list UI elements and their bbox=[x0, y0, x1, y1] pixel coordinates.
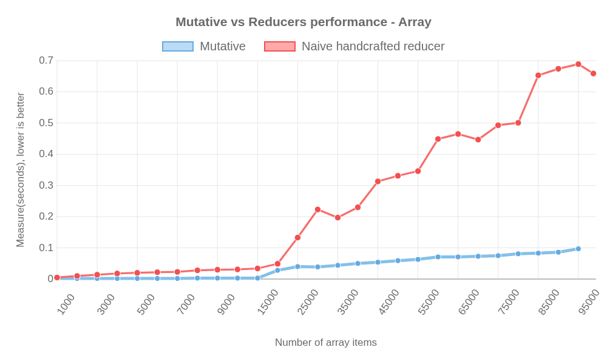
svg-point-53 bbox=[134, 270, 140, 276]
svg-point-70 bbox=[475, 136, 481, 143]
svg-point-65 bbox=[375, 178, 381, 184]
svg-point-52 bbox=[114, 271, 120, 277]
svg-point-72 bbox=[515, 120, 521, 126]
svg-point-59 bbox=[254, 265, 260, 271]
x-tick: 45000 bbox=[376, 287, 402, 317]
svg-point-63 bbox=[334, 214, 341, 220]
svg-point-42 bbox=[455, 254, 461, 260]
svg-point-69 bbox=[455, 131, 461, 137]
svg-point-57 bbox=[214, 266, 220, 272]
svg-point-32 bbox=[255, 275, 260, 281]
y-tick: 0.7 bbox=[17, 55, 53, 67]
x-tick: 9000 bbox=[215, 292, 238, 317]
x-tick: 7000 bbox=[175, 292, 198, 317]
svg-point-75 bbox=[575, 61, 582, 67]
svg-point-66 bbox=[395, 173, 401, 179]
svg-point-37 bbox=[355, 261, 361, 266]
svg-point-60 bbox=[274, 261, 280, 267]
x-tick: 15000 bbox=[255, 287, 282, 317]
svg-point-35 bbox=[315, 264, 320, 269]
svg-point-36 bbox=[335, 263, 341, 268]
x-tick: 85000 bbox=[536, 287, 563, 317]
svg-point-62 bbox=[314, 206, 320, 212]
y-tick: 0 bbox=[17, 273, 53, 285]
y-tick: 0.5 bbox=[17, 117, 53, 129]
svg-point-47 bbox=[555, 249, 561, 255]
svg-point-48 bbox=[575, 246, 581, 252]
y-tick: 0.4 bbox=[17, 148, 53, 160]
svg-point-33 bbox=[275, 268, 280, 273]
svg-point-43 bbox=[475, 254, 481, 259]
svg-point-28 bbox=[175, 275, 180, 281]
svg-point-64 bbox=[354, 204, 361, 211]
svg-point-41 bbox=[435, 254, 441, 260]
svg-point-50 bbox=[74, 273, 80, 279]
legend-label: Naive handcrafted reducer bbox=[302, 39, 445, 53]
svg-point-38 bbox=[375, 260, 381, 265]
svg-point-39 bbox=[395, 258, 401, 263]
svg-point-54 bbox=[154, 269, 160, 275]
grid bbox=[56, 61, 596, 279]
svg-point-58 bbox=[234, 266, 240, 272]
legend: Mutative Naive handcrafted reducer bbox=[0, 39, 607, 53]
svg-point-73 bbox=[535, 72, 541, 78]
x-tick: 35000 bbox=[335, 287, 362, 317]
legend-item-mutative[interactable]: Mutative bbox=[162, 39, 246, 53]
x-tick: 5000 bbox=[135, 292, 158, 317]
x-tick: 25000 bbox=[295, 287, 322, 317]
series-mutative bbox=[54, 246, 581, 281]
x-tick: 75000 bbox=[496, 287, 523, 317]
x-tick: 65000 bbox=[456, 287, 483, 317]
svg-point-45 bbox=[515, 251, 521, 257]
svg-point-61 bbox=[294, 234, 300, 240]
x-tick: 95000 bbox=[576, 287, 603, 317]
svg-point-56 bbox=[194, 267, 200, 273]
x-tick: 3000 bbox=[95, 292, 118, 317]
svg-point-40 bbox=[415, 257, 421, 262]
svg-point-49 bbox=[54, 274, 60, 280]
chart-title: Mutative vs Reducers performance - Array bbox=[0, 15, 607, 29]
svg-point-67 bbox=[415, 168, 421, 174]
svg-point-31 bbox=[235, 275, 240, 281]
svg-point-51 bbox=[94, 272, 100, 278]
svg-point-76 bbox=[590, 70, 596, 76]
svg-point-68 bbox=[435, 136, 441, 142]
svg-point-44 bbox=[495, 253, 501, 258]
svg-point-30 bbox=[215, 275, 220, 281]
svg-point-74 bbox=[555, 66, 561, 72]
legend-item-naive[interactable]: Naive handcrafted reducer bbox=[264, 39, 445, 53]
x-axis-title: Number of array items bbox=[56, 337, 596, 349]
plot-area bbox=[56, 61, 596, 279]
y-tick: 0.1 bbox=[17, 242, 53, 254]
x-tick-labels: 1000300050007000900015000250003500045000… bbox=[56, 284, 596, 332]
x-tick: 55000 bbox=[416, 287, 443, 317]
legend-swatch-mutative bbox=[162, 41, 194, 52]
svg-point-55 bbox=[174, 269, 180, 275]
svg-point-26 bbox=[135, 275, 140, 281]
y-tick: 0.3 bbox=[17, 180, 53, 192]
svg-point-29 bbox=[195, 275, 200, 281]
svg-point-46 bbox=[535, 251, 541, 256]
y-tick: 0.2 bbox=[17, 211, 53, 223]
y-tick: 0.6 bbox=[17, 86, 53, 98]
svg-point-71 bbox=[495, 122, 501, 128]
legend-swatch-naive bbox=[264, 41, 296, 52]
svg-point-27 bbox=[155, 275, 160, 281]
svg-point-34 bbox=[295, 264, 300, 269]
legend-label: Mutative bbox=[200, 39, 246, 53]
x-tick: 1000 bbox=[55, 292, 78, 317]
